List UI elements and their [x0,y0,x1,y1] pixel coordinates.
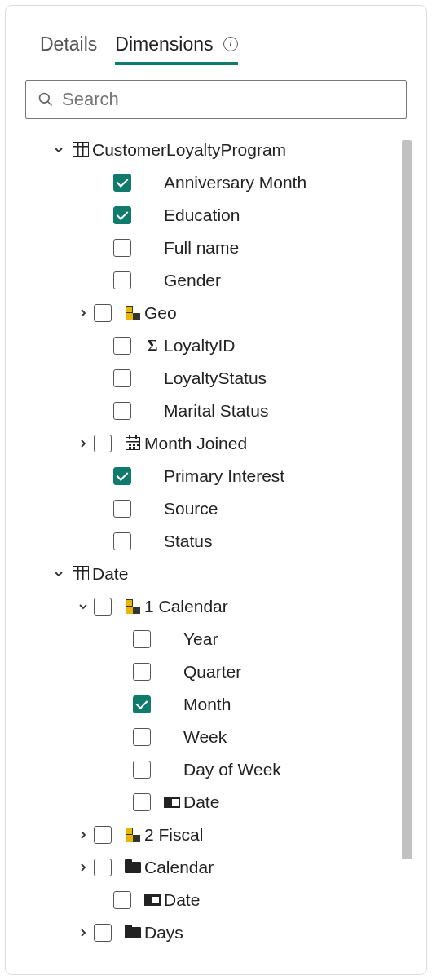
checkbox[interactable] [113,206,131,224]
folder-icon [121,927,144,938]
tree-item-label: 1 Calendar [144,597,228,616]
checkbox[interactable] [113,891,131,909]
checkbox[interactable] [94,826,112,844]
tree-row[interactable]: Month [32,688,412,721]
chevron-down-icon[interactable] [51,569,66,579]
checkbox[interactable] [94,859,112,876]
checkbox[interactable] [133,630,151,648]
scrollbar-thumb[interactable] [402,140,412,859]
tree-item-label: 2 Fiscal [144,825,203,845]
checkbox[interactable] [113,532,131,550]
checkbox[interactable] [113,500,131,518]
checkbox[interactable] [113,369,131,387]
table-icon [69,142,92,158]
tab-details[interactable]: Details [40,33,97,65]
checkbox[interactable] [113,467,131,485]
tree-item-label: Days [144,923,183,942]
tree-row[interactable]: Geo [32,297,412,329]
checkbox[interactable] [133,663,151,681]
tree-row[interactable]: Primary Interest [32,460,412,492]
tab-dimensions-label: Dimensions [115,33,213,55]
tree-row[interactable]: Date [32,786,412,819]
tree-row[interactable]: CustomerLoyaltyProgram [32,134,412,166]
tree-row[interactable]: Source [32,492,412,525]
checkbox[interactable] [113,402,131,420]
tree-item-label: Date [92,564,128,584]
tree-row[interactable]: 2 Fiscal [32,819,412,851]
chevron-right-icon[interactable] [76,928,90,938]
tree-row[interactable]: Gender [32,264,412,297]
checkbox[interactable] [94,304,112,322]
tree-row[interactable]: 1 Calendar [32,590,412,623]
tree-item-label: CustomerLoyaltyProgram [92,140,286,160]
tree-item-label: Geo [144,303,177,323]
tree-item-label: Gender [164,271,221,290]
tree-item-label: Calendar [144,858,214,877]
tree-item-label: LoyaltyID [164,336,236,355]
checkbox[interactable] [113,271,131,289]
tree-row[interactable]: LoyaltyStatus [32,362,412,395]
detail-icon [161,797,183,808]
chevron-right-icon[interactable] [76,830,90,840]
tree-item-label: Month [183,695,231,714]
tree-row[interactable]: Quarter [32,656,412,688]
checkbox[interactable] [113,174,131,192]
search-icon [37,91,54,108]
search-input[interactable] [62,89,395,110]
checkbox[interactable] [133,761,151,779]
chevron-right-icon[interactable] [76,863,90,872]
tree-row[interactable]: Education [32,199,412,232]
tree-item-label: Anniversary Month [164,173,306,192]
calendar-icon [121,437,144,450]
tree-item-label: Week [183,727,227,747]
tree-row[interactable]: Days [32,916,412,949]
hierarchy-icon [121,599,144,614]
tree-row[interactable]: Marital Status [32,395,412,427]
chevron-right-icon[interactable] [76,308,90,318]
tree-row[interactable]: Date [32,884,412,916]
checkbox[interactable] [133,695,151,713]
checkbox[interactable] [133,728,151,746]
dimensions-tree: CustomerLoyaltyProgramAnniversary MonthE… [20,134,412,949]
tree-row[interactable]: ΣLoyaltyID [32,329,412,362]
info-icon[interactable]: i [223,37,238,51]
checkbox[interactable] [113,337,131,355]
checkbox[interactable] [94,435,112,452]
tree-row[interactable]: Calendar [32,851,412,884]
detail-icon [141,894,164,906]
svg-line-1 [48,102,52,106]
tree-item-label: Day of Week [183,760,281,779]
tab-dimensions[interactable]: Dimensions i [115,33,238,65]
tree-item-label: Quarter [183,662,241,682]
sigma-icon: Σ [141,338,164,354]
checkbox[interactable] [133,793,151,811]
tree-item-label: Full name [164,238,239,258]
tree-item-label: Date [164,890,200,910]
tree-row[interactable]: Status [32,525,412,558]
tree-row[interactable]: Anniversary Month [32,166,412,199]
hierarchy-icon [121,828,144,842]
checkbox[interactable] [94,924,112,942]
tree-item-label: Marital Status [164,401,268,421]
tab-bar: Details Dimensions i [40,33,412,65]
chevron-down-icon[interactable] [51,145,66,155]
tree-row[interactable]: Date [32,558,412,590]
table-icon [69,566,92,582]
checkbox[interactable] [113,239,131,257]
tree-item-label: Primary Interest [164,466,284,486]
tree-item-label: Status [164,532,213,551]
tree-row[interactable]: Month Joined [32,427,412,460]
tree-row[interactable]: Day of Week [32,753,412,786]
tree-row[interactable]: Year [32,623,412,656]
dimensions-panel: Details Dimensions i CustomerLoyaltyProg… [5,5,427,975]
tree-row[interactable]: Week [32,721,412,753]
search-box[interactable] [25,80,407,119]
tree-row[interactable]: Full name [32,232,412,264]
hierarchy-icon [121,306,144,320]
tree-item-label: Year [183,629,218,649]
chevron-down-icon[interactable] [76,602,90,611]
chevron-right-icon[interactable] [76,439,90,448]
tree-item-label: Month Joined [144,434,247,453]
checkbox[interactable] [94,598,112,616]
folder-icon [121,862,144,873]
